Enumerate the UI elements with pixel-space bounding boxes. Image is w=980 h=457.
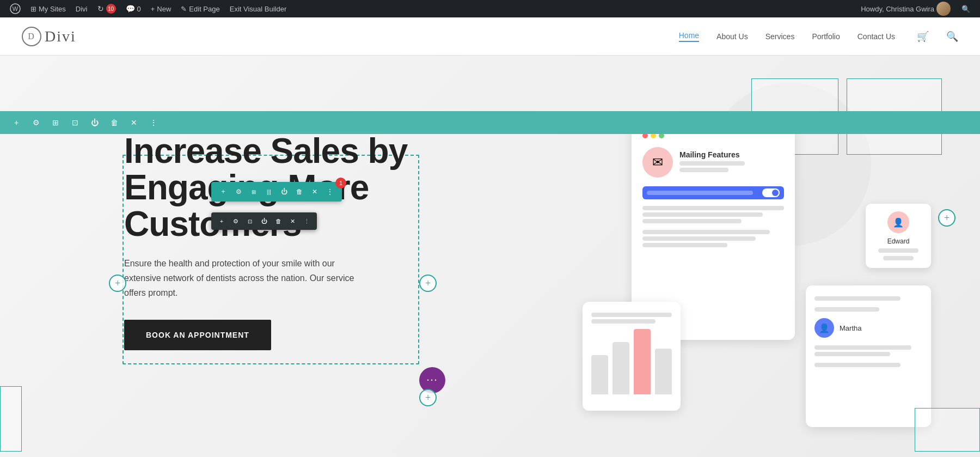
add-row-right-button[interactable]: + xyxy=(419,275,437,292)
edward-card: 👤 Edward xyxy=(866,204,931,268)
line-8 xyxy=(642,243,727,247)
nav-portfolio[interactable]: Portfolio xyxy=(812,32,840,41)
search-admin[interactable]: 🔍 xyxy=(958,5,973,13)
col-delete-button[interactable]: 🗑 xyxy=(293,185,306,198)
add-section-bottom-button[interactable]: + xyxy=(419,389,437,406)
edward-name: Edward xyxy=(873,237,923,245)
line-4 xyxy=(642,212,763,217)
comment-icon: 💬 xyxy=(126,4,135,13)
hero-subtext: Ensure the health and protection of your… xyxy=(124,256,364,301)
column-toolbar: + ⚙ ⊞ ||| ⏻ 🗑 ✕ ⋮ 1 xyxy=(211,182,342,202)
section-close-button[interactable]: ✕ xyxy=(126,115,142,130)
bar-3 xyxy=(634,329,651,394)
progress-fill xyxy=(647,191,753,195)
new-menu[interactable]: + New xyxy=(148,0,175,17)
conn-line-4 xyxy=(814,352,890,356)
mod-close-button[interactable]: ✕ xyxy=(286,215,298,227)
comments-menu[interactable]: 💬 0 xyxy=(122,0,144,17)
conn-line-1 xyxy=(814,296,901,301)
bar-2 xyxy=(612,342,629,394)
chart-card xyxy=(583,302,681,411)
line-6 xyxy=(642,230,770,234)
nav-contact[interactable]: Contact Us xyxy=(857,32,895,41)
mailing-text: Mailing Features xyxy=(679,150,745,174)
bar-1 xyxy=(591,355,608,394)
logo-icon: D xyxy=(22,27,41,46)
comment-count: 0 xyxy=(137,5,141,13)
wp-logo[interactable]: W xyxy=(7,0,24,17)
admin-bar-right: Howdy, Christina Gwira 🔍 xyxy=(857,2,973,16)
conn-line-3 xyxy=(814,345,911,350)
card-lines xyxy=(642,206,784,247)
martha-name: Martha xyxy=(840,324,861,332)
cta-book-button[interactable]: Book An Appointment xyxy=(124,320,271,350)
search-icon[interactable]: 🔍 xyxy=(946,31,958,42)
line-3 xyxy=(642,206,784,210)
sites-icon: ⊞ xyxy=(30,5,36,13)
nav-about[interactable]: About Us xyxy=(716,32,748,41)
edit-page-button[interactable]: ✎ Edit Page xyxy=(177,0,223,17)
section-more-button[interactable]: ⋮ xyxy=(146,115,161,130)
mod-settings-button[interactable]: ⚙ xyxy=(230,215,242,227)
site-logo: D Divi xyxy=(22,27,76,46)
exit-builder-button[interactable]: Exit Visual Builder xyxy=(226,0,290,17)
connection-card: 👤 Martha xyxy=(806,285,931,427)
nav-home[interactable]: Home xyxy=(679,31,699,42)
my-sites-menu[interactable]: ⊞ My Sites xyxy=(27,0,69,17)
update-count: 10 xyxy=(106,4,116,14)
divi-label: Divi xyxy=(76,5,88,13)
hero-left-content: Increase Sales by Engaging More Customer… xyxy=(124,133,418,350)
section-settings-button[interactable]: ⚙ xyxy=(28,115,44,130)
update-icon: ↻ xyxy=(97,4,104,13)
section-disable-button[interactable]: ⏻ xyxy=(87,115,102,130)
user-greeting[interactable]: Howdy, Christina Gwira xyxy=(857,2,954,16)
section-duplicate-button[interactable]: ⊡ xyxy=(68,115,83,130)
partial-right xyxy=(915,408,980,452)
col-disable-button[interactable]: ⏻ xyxy=(278,185,291,198)
mod-add-button[interactable]: + xyxy=(216,215,228,227)
edward-avatar: 👤 xyxy=(887,211,909,233)
add-column-right-button[interactable]: + xyxy=(938,209,955,227)
mailing-feature-row: ✉ Mailing Features xyxy=(642,147,784,178)
line-2 xyxy=(679,168,728,172)
conn-line-5 xyxy=(814,363,901,367)
section-delete-button[interactable]: 🗑 xyxy=(107,115,122,130)
col-layout-button[interactable]: ⊞ xyxy=(247,185,260,198)
bar-4 xyxy=(655,349,672,394)
chart-line-1 xyxy=(591,313,672,317)
site-nav: Home About Us Services Portfolio Contact… xyxy=(679,31,958,42)
add-row-left-button[interactable]: + xyxy=(109,275,126,292)
col-settings-button[interactable]: ⚙ xyxy=(232,185,245,198)
nav-services[interactable]: Services xyxy=(765,32,795,41)
col-notification-badge: 1 xyxy=(335,178,346,188)
chart-bars xyxy=(591,329,672,394)
martha-avatar: 👤 xyxy=(814,318,834,338)
section-add-button[interactable]: + xyxy=(9,115,24,130)
col-columns-button[interactable]: ||| xyxy=(262,185,275,198)
col-more-button[interactable]: ⋮ xyxy=(323,185,336,198)
main-content: + ⚙ ⊞ ⊡ ⏻ 🗑 ✕ ⋮ + ⚙ ⊞ ||| ⏻ 🗑 ✕ ⋮ 1 + ⚙ xyxy=(0,56,980,457)
plus-icon: + xyxy=(151,5,155,13)
purple-dots-button[interactable]: ··· xyxy=(419,367,445,393)
edward-line-2 xyxy=(883,256,913,260)
line-5 xyxy=(642,219,742,223)
mod-more-button[interactable]: ⋮ xyxy=(301,215,313,227)
divi-menu[interactable]: Divi xyxy=(72,0,91,17)
col-close-button[interactable]: ✕ xyxy=(308,185,321,198)
hero-section: + ⚙ ⊞ ||| ⏻ 🗑 ✕ ⋮ 1 + ⚙ ⊡ ⏻ 🗑 ✕ ⋮ Increa… xyxy=(0,78,980,457)
toggle-switch[interactable] xyxy=(762,188,780,197)
mod-layout-button[interactable]: ⊡ xyxy=(244,215,256,227)
module-toolbar: + ⚙ ⊡ ⏻ 🗑 ✕ ⋮ xyxy=(211,212,317,230)
mod-delete-button[interactable]: 🗑 xyxy=(272,215,284,227)
section-toolbar: + ⚙ ⊞ ⊡ ⏻ 🗑 ✕ ⋮ xyxy=(0,111,980,134)
cart-icon[interactable]: 🛒 xyxy=(917,31,929,42)
section-layout-button[interactable]: ⊞ xyxy=(48,115,63,130)
mod-disable-button[interactable]: ⏻ xyxy=(258,215,270,227)
line-1 xyxy=(679,161,745,166)
search-icon: 🔍 xyxy=(961,5,970,13)
conn-user-martha: 👤 Martha xyxy=(814,318,922,338)
progress-bar xyxy=(642,186,784,199)
svg-text:W: W xyxy=(13,5,19,12)
updates-menu[interactable]: ↻ 10 xyxy=(94,0,119,17)
col-add-button[interactable]: + xyxy=(217,185,230,198)
